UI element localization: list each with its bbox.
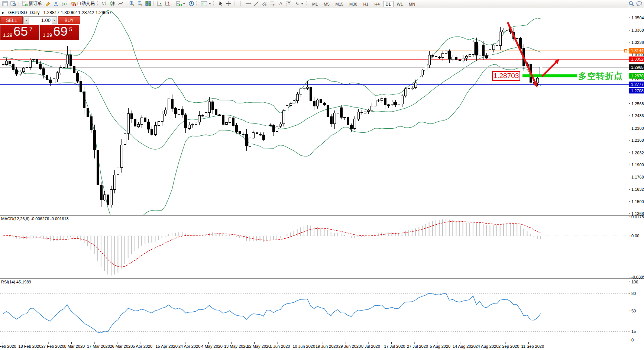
vertical-line-button[interactable]: [236, 0, 244, 7]
toolbar-separator: [19, 1, 19, 6]
svg-text:27 Jul 2020: 27 Jul 2020: [407, 344, 428, 349]
sell-price-tile[interactable]: 1.29 65 7: [0, 25, 39, 40]
svg-text:27 Feb 2020: 27 Feb 2020: [41, 344, 64, 349]
svg-text:1.32360: 1.32360: [631, 40, 644, 45]
candlestick-chart-button[interactable]: [109, 0, 116, 7]
style-brush-button[interactable]: [44, 0, 52, 7]
svg-text:8 Jul 2020: 8 Jul 2020: [361, 344, 380, 349]
svg-text:1.24360: 1.24360: [631, 113, 644, 118]
volume-stepper: ▾ ▴: [23, 16, 57, 24]
templates-button[interactable]: [199, 0, 213, 7]
caret-down-icon: [301, 3, 304, 5]
period-clock-button[interactable]: [187, 0, 195, 7]
community-profile-button[interactable]: [52, 0, 60, 7]
toolbar-separator: [234, 1, 234, 6]
caret-down-icon: [183, 3, 185, 5]
svg-text:1.30520: 1.30520: [631, 57, 644, 61]
main-toolbar: 新订单 自动交易 E F A T: [0, 0, 644, 7]
toolbar-grip[interactable]: [306, 1, 308, 6]
fibo-letter: F: [273, 4, 275, 6]
autotrading-button[interactable]: 自动交易: [68, 0, 96, 7]
rsi-indicator-label: RSI(14) 45.1989: [1, 280, 31, 284]
rsi-panel: [0, 293, 629, 333]
horizontal-line-button[interactable]: [244, 0, 252, 7]
signals-button[interactable]: [60, 0, 68, 7]
cursor-button[interactable]: [217, 0, 224, 7]
svg-text:5 Aug 2020: 5 Aug 2020: [430, 344, 451, 349]
toolbar-grip[interactable]: [196, 1, 198, 6]
chart-canvas[interactable]: 1.350401.336801.323601.310001.283601.256…: [0, 0, 644, 350]
svg-text:1.27087: 1.27087: [631, 89, 644, 93]
new-order-button[interactable]: 新订单: [20, 0, 43, 7]
svg-text:26 Mar 2020: 26 Mar 2020: [110, 344, 133, 349]
svg-text:1.19000: 1.19000: [631, 163, 644, 167]
sell-button[interactable]: SELL: [0, 16, 23, 24]
tf-button-M5[interactable]: M5: [321, 1, 332, 7]
zoom-out-button[interactable]: [136, 0, 144, 7]
svg-text:100: 100: [631, 280, 638, 284]
tf-button-W1[interactable]: W1: [394, 1, 406, 7]
turning-point-text-object[interactable]: 多空转折点: [578, 70, 623, 82]
add-indicator-button[interactable]: [175, 0, 187, 7]
text-label-button[interactable]: T: [285, 0, 293, 7]
search-button[interactable]: [627, 0, 635, 7]
svg-text:1.17680: 1.17680: [631, 175, 644, 179]
bollinger-bands[interactable]: [3, 10, 541, 231]
tf-button-M1[interactable]: M1: [310, 1, 320, 7]
svg-text:50: 50: [631, 309, 636, 313]
buy-price-pips: 69: [53, 24, 68, 39]
text-button[interactable]: A: [277, 0, 285, 7]
line-handle[interactable]: [624, 49, 627, 52]
svg-text:3 Feb 2020: 3 Feb 2020: [0, 344, 16, 349]
crosshair-button[interactable]: [225, 0, 233, 7]
trendline-button[interactable]: [252, 0, 260, 7]
caret-down-icon: [208, 3, 211, 5]
auto-scroll-button[interactable]: [155, 0, 163, 7]
fibonacci-button[interactable]: F: [269, 0, 276, 7]
svg-text:1.28703: 1.28703: [631, 74, 644, 78]
tf-button-M15[interactable]: M15: [333, 1, 346, 7]
tf-button-M30[interactable]: M30: [347, 1, 360, 7]
support-price-text-object[interactable]: 1.28703: [492, 71, 520, 81]
toolbar-grip[interactable]: [97, 1, 99, 6]
autotrading-icon: [70, 1, 76, 6]
chart-shift-button[interactable]: [164, 0, 171, 7]
candlesticks: [2, 20, 542, 210]
svg-text:24 Apr 2020: 24 Apr 2020: [178, 344, 200, 349]
svg-text:1.15000: 1.15000: [631, 199, 644, 204]
chat-button[interactable]: [635, 0, 643, 7]
tf-button-D1[interactable]: D1: [383, 1, 394, 7]
main-price-panel[interactable]: [0, 10, 629, 231]
svg-text:5 Apr 2020: 5 Apr 2020: [133, 344, 152, 349]
svg-text:1.29657: 1.29657: [631, 65, 644, 70]
bar-chart-button[interactable]: [100, 0, 108, 7]
buy-button[interactable]: BUY: [58, 16, 80, 24]
svg-text:1.33680: 1.33680: [631, 28, 644, 32]
line-chart-button[interactable]: [117, 0, 124, 7]
svg-text:1.27774: 1.27774: [631, 82, 644, 87]
svg-text:17 Jul 2020: 17 Jul 2020: [384, 344, 405, 349]
one-click-trading-caret[interactable]: ▶: [2, 11, 4, 15]
date-axis[interactable]: 3 Feb 202018 Feb 202027 Feb 20208 Mar 20…: [0, 342, 544, 349]
tf-button-H1[interactable]: H1: [360, 1, 371, 7]
svg-text:4 May 2020: 4 May 2020: [201, 344, 223, 349]
svg-text:2 Sep 2020: 2 Sep 2020: [498, 344, 519, 349]
volume-increase-button[interactable]: ▴: [52, 17, 57, 24]
mt4-window: 新订单 自动交易 E F A T: [0, 0, 644, 350]
volume-decrease-button[interactable]: ▾: [24, 17, 29, 24]
zoom-in-button[interactable]: [128, 0, 136, 7]
tf-button-MN[interactable]: MN: [406, 1, 418, 7]
tf-button-H4[interactable]: H4: [372, 1, 382, 7]
buy-price-tile[interactable]: 1.29 69 5: [40, 25, 79, 40]
tile-windows-button[interactable]: [144, 0, 152, 7]
macd-indicator-label: MACD(12,26,9) -0.006276 -0.001613: [1, 216, 69, 221]
svg-text:17 Mar 2020: 17 Mar 2020: [87, 344, 110, 349]
chart-profiles-button[interactable]: [9, 0, 17, 7]
svg-text:1 Jun 2020: 1 Jun 2020: [270, 344, 290, 349]
channel-button[interactable]: E: [260, 0, 268, 7]
arrows-button[interactable]: [293, 0, 305, 7]
volume-input[interactable]: [29, 17, 52, 24]
buy-price-point: 5: [69, 26, 72, 32]
new-chart-button[interactable]: [1, 0, 9, 7]
toolbar-grip[interactable]: [213, 1, 215, 6]
